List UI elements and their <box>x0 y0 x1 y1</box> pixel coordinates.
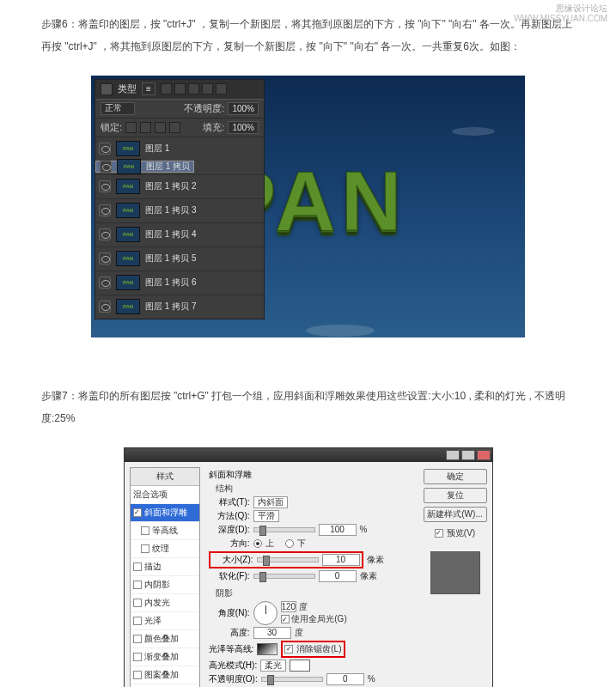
fx-pattern-overlay[interactable]: 图案叠加 <box>131 666 199 684</box>
fx-inner-shadow[interactable]: 内阴影 <box>131 576 199 594</box>
layer-item[interactable]: PAN图层 1 拷贝 2 <box>95 174 264 198</box>
checkbox[interactable] <box>133 599 142 607</box>
checkbox[interactable] <box>133 653 142 661</box>
layer-name: 图层 1 拷贝 3 <box>145 204 196 216</box>
filter-smart-icon[interactable] <box>216 83 227 94</box>
dir-up-radio[interactable] <box>253 539 262 548</box>
depth-input[interactable]: 100 <box>319 524 357 536</box>
angle-input[interactable]: 120 <box>281 601 297 612</box>
new-style-button[interactable]: 新建样式(W)... <box>424 507 487 522</box>
fx-satin[interactable]: 光泽 <box>131 612 199 630</box>
layer-item[interactable]: PAN图层 1 拷贝 3 <box>95 198 264 222</box>
dialog-titlebar[interactable] <box>125 448 492 462</box>
layer-thumb[interactable]: PAN <box>116 275 140 290</box>
checkbox[interactable] <box>133 562 142 571</box>
ok-button[interactable]: 确定 <box>424 469 487 484</box>
checkbox[interactable] <box>141 526 149 535</box>
filter-icons <box>161 83 227 94</box>
soften-slider[interactable] <box>253 574 315 579</box>
fx-gradient-overlay[interactable]: 渐变叠加 <box>131 648 199 666</box>
hl-color-swatch[interactable] <box>290 660 310 672</box>
filter-adjust-icon[interactable] <box>174 83 186 94</box>
style-label: 样式(T): <box>209 496 250 508</box>
layers-panel[interactable]: 类型 ≡ 正常 不透明度: 100% 锁定: <box>95 79 265 319</box>
size-input[interactable]: 10 <box>322 554 360 566</box>
close-icon[interactable] <box>477 450 491 460</box>
eye-icon[interactable] <box>99 277 111 289</box>
depth-slider[interactable] <box>253 527 315 532</box>
hl-opacity-slider[interactable] <box>261 677 323 682</box>
layer-item[interactable]: PAN图层 1 拷贝 6 <box>95 271 264 295</box>
layer-item[interactable]: PAN图层 1 <box>95 137 264 161</box>
lock-trans-icon[interactable] <box>125 122 137 133</box>
eye-icon[interactable] <box>100 161 112 173</box>
technique-label: 方法(Q): <box>209 510 250 522</box>
technique-select[interactable]: 平滑 <box>253 510 279 522</box>
angle-dial[interactable] <box>253 601 278 625</box>
filter-kind-select[interactable]: ≡ <box>142 82 156 95</box>
fx-contour[interactable]: 等高线 <box>131 522 199 540</box>
layer-item[interactable]: PAN图层 1 拷贝 <box>95 161 194 173</box>
size-slider[interactable] <box>257 557 319 562</box>
filter-type-icon[interactable] <box>188 83 199 94</box>
figure-2: 样式 混合选项 ✓斜面和浮雕 等高线 纹理 描边 内阴影 内发光 光泽 颜色叠加… <box>0 447 616 687</box>
blend-mode-select[interactable]: 正常 <box>101 102 135 115</box>
checkbox[interactable] <box>141 544 149 553</box>
cancel-button[interactable]: 复位 <box>424 488 487 503</box>
filter-pixel-icon[interactable] <box>161 83 172 94</box>
fx-bevel[interactable]: ✓斜面和浮雕 <box>131 504 199 522</box>
layer-list: PAN图层 1 PAN图层 1 拷贝 PAN图层 1 拷贝 2 PAN图层 1 … <box>95 137 264 319</box>
fx-inner-glow[interactable]: 内发光 <box>131 594 199 612</box>
eye-icon[interactable] <box>99 204 111 216</box>
eye-icon[interactable] <box>99 180 111 192</box>
antialias-checkbox[interactable]: ✓ <box>284 645 293 654</box>
filter-shape-icon[interactable] <box>202 83 213 94</box>
layer-thumb[interactable]: PAN <box>116 251 140 266</box>
lock-pos-icon[interactable] <box>155 122 166 133</box>
eye-icon[interactable] <box>99 301 111 313</box>
max-icon[interactable] <box>461 450 475 460</box>
layer-thumb[interactable]: PAN <box>116 203 140 218</box>
layer-thumb[interactable]: PAN <box>116 227 140 242</box>
figure-1: PAN 类型 ≡ 正常 不透明度: 100% <box>0 76 616 337</box>
layer-style-dialog[interactable]: 样式 混合选项 ✓斜面和浮雕 等高线 纹理 描边 内阴影 内发光 光泽 颜色叠加… <box>124 447 493 687</box>
checkbox[interactable] <box>133 581 142 589</box>
layer-item[interactable]: PAN图层 1 拷贝 4 <box>95 222 264 246</box>
hl-opacity-input[interactable]: 0 <box>326 673 364 685</box>
preview-checkbox[interactable]: ✓ <box>435 529 443 538</box>
checkbox[interactable] <box>133 635 142 643</box>
layer-item[interactable]: PAN图层 1 拷贝 7 <box>95 295 264 319</box>
lock-pixel-icon[interactable] <box>140 122 151 133</box>
layer-thumb[interactable]: PAN <box>116 299 140 314</box>
fx-stroke[interactable]: 描边 <box>131 558 199 576</box>
layer-thumb[interactable]: PAN <box>116 179 140 194</box>
fill-input[interactable]: 100% <box>228 121 259 134</box>
eye-icon[interactable] <box>99 252 111 264</box>
fx-outer-glow[interactable]: 外发光 <box>131 684 199 687</box>
opacity-input[interactable]: 100% <box>228 102 259 115</box>
layer-item[interactable]: PAN图层 1 拷贝 5 <box>95 246 264 271</box>
gloss-contour-picker[interactable] <box>257 643 278 655</box>
style-select[interactable]: 内斜面 <box>253 496 288 508</box>
fx-blend-options[interactable]: 混合选项 <box>131 486 199 504</box>
checkbox[interactable]: ✓ <box>133 508 142 517</box>
layer-thumb[interactable]: PAN <box>117 159 141 174</box>
hl-mode-select[interactable]: 柔光 <box>260 660 286 672</box>
global-light-checkbox[interactable]: ✓ <box>281 615 290 623</box>
fx-texture[interactable]: 纹理 <box>131 540 199 558</box>
altitude-input[interactable]: 30 <box>253 627 291 639</box>
lock-all-icon[interactable] <box>169 122 180 133</box>
eye-icon[interactable] <box>99 228 111 240</box>
fx-color-overlay[interactable]: 颜色叠加 <box>131 630 199 648</box>
layer-thumb[interactable]: PAN <box>116 141 140 156</box>
min-icon[interactable] <box>446 450 460 460</box>
kind-icon[interactable] <box>101 83 113 95</box>
eye-icon[interactable] <box>99 143 111 155</box>
checkbox[interactable] <box>133 671 142 679</box>
checkbox[interactable] <box>133 617 142 625</box>
dir-down-radio[interactable] <box>285 539 294 548</box>
hl-opacity-label: 不透明度(O): <box>209 673 258 685</box>
soften-input[interactable]: 0 <box>319 570 357 582</box>
watermark-line1: 思缘设计论坛 <box>514 3 607 14</box>
layer-name: 图层 1 <box>145 143 169 155</box>
